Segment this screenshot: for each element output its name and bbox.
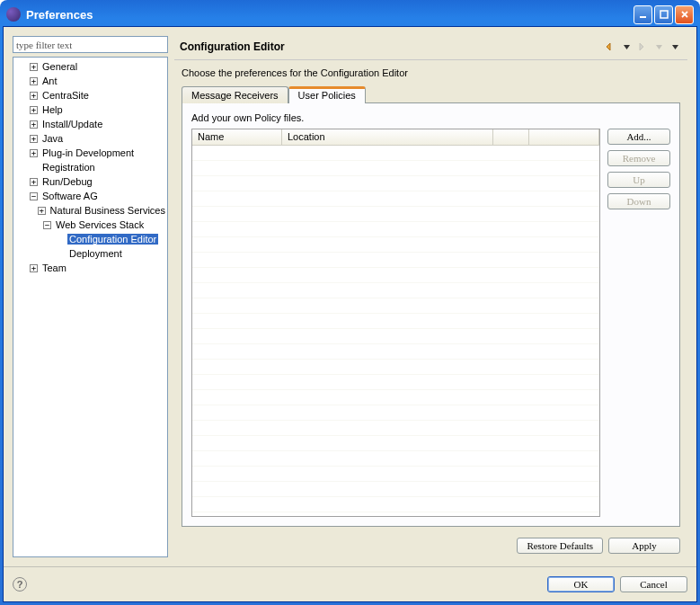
column-header-filler xyxy=(529,129,599,146)
expand-icon[interactable]: + xyxy=(30,63,38,71)
help-icon[interactable]: ? xyxy=(13,577,27,592)
tree-label[interactable]: Software AG xyxy=(40,191,100,201)
expand-icon[interactable]: + xyxy=(30,178,38,186)
filter-input[interactable] xyxy=(13,36,168,53)
footer: ? OK Cancel xyxy=(4,566,696,601)
close-button[interactable] xyxy=(675,5,694,24)
apply-button[interactable]: Apply xyxy=(608,538,680,554)
tree-label[interactable]: Install/Update xyxy=(40,119,104,129)
tree-item[interactable]: +General xyxy=(13,59,167,74)
tree-label[interactable]: Java xyxy=(40,133,65,144)
up-button: Up xyxy=(607,172,670,188)
collapse-icon[interactable]: − xyxy=(43,221,51,229)
page-subtitle: Choose the preferences for the Configura… xyxy=(182,67,680,78)
tree-item[interactable]: −Software AG xyxy=(13,189,167,203)
titlebar[interactable]: Preferences xyxy=(3,3,697,26)
table-body[interactable] xyxy=(192,146,599,516)
page-title: Configuration Editor xyxy=(180,40,603,53)
tree-label[interactable]: Run/Debug xyxy=(40,176,94,187)
column-header[interactable]: Location xyxy=(282,129,493,146)
expand-icon[interactable]: + xyxy=(30,120,38,129)
preferences-window: Preferences +General+Ant+CentraSite+Help… xyxy=(0,0,700,605)
tree-item[interactable]: Configuration Editor xyxy=(13,232,167,246)
expand-icon[interactable]: + xyxy=(30,264,38,272)
column-header[interactable] xyxy=(493,129,529,146)
expand-icon[interactable]: + xyxy=(30,106,38,114)
svg-rect-0 xyxy=(640,16,646,18)
expand-icon[interactable]: + xyxy=(30,92,38,100)
tree-label[interactable]: Registration xyxy=(40,162,97,173)
ok-button[interactable]: OK xyxy=(547,576,615,592)
tree-item[interactable]: +Natural Business Services xyxy=(13,203,167,218)
tree-item[interactable]: Registration xyxy=(13,160,167,174)
client-area: +General+Ant+CentraSite+Help+Install/Upd… xyxy=(3,26,697,602)
forward-button[interactable] xyxy=(635,40,650,54)
maximize-button[interactable] xyxy=(654,5,673,24)
tree-label[interactable]: Help xyxy=(40,104,65,115)
sidebar: +General+Ant+CentraSite+Help+Install/Upd… xyxy=(13,36,173,557)
add-button[interactable]: Add... xyxy=(607,129,670,145)
tree-item[interactable]: Deployment xyxy=(13,246,167,261)
down-button: Down xyxy=(607,193,670,209)
policy-table[interactable]: NameLocation xyxy=(191,129,600,517)
content-panel: Configuration Editor Choose the preferen… xyxy=(174,36,687,557)
panel-hint: Add your own Policy files. xyxy=(191,112,670,123)
tree-item[interactable]: +Help xyxy=(13,102,167,117)
tree-label[interactable]: Deployment xyxy=(67,248,124,259)
tree-item[interactable]: +Team xyxy=(13,261,167,275)
preference-tree[interactable]: +General+Ant+CentraSite+Help+Install/Upd… xyxy=(13,57,168,557)
minimize-button[interactable] xyxy=(634,5,652,24)
remove-button: Remove xyxy=(607,150,670,166)
tree-label[interactable]: Natural Business Services xyxy=(49,205,167,216)
tab-panel: Add your own Policy files. NameLocation … xyxy=(182,102,680,527)
expand-icon[interactable]: + xyxy=(30,135,38,143)
expand-icon[interactable]: + xyxy=(30,77,38,85)
tree-item[interactable]: +CentraSite xyxy=(13,88,167,102)
tree-item[interactable]: −Web Services Stack xyxy=(13,218,167,232)
cancel-button[interactable]: Cancel xyxy=(620,576,687,592)
tree-item[interactable]: +Ant xyxy=(13,74,167,88)
back-menu[interactable] xyxy=(619,40,634,54)
collapse-icon[interactable]: − xyxy=(30,192,38,200)
forward-menu[interactable] xyxy=(651,40,666,54)
tab-message-receivers[interactable]: Message Receivers xyxy=(182,86,288,103)
back-button[interactable] xyxy=(603,40,617,54)
tabs: Message ReceiversUser Policies xyxy=(182,85,680,102)
tree-label[interactable]: Web Services Stack xyxy=(54,219,146,230)
tree-label[interactable]: Team xyxy=(40,262,68,273)
tree-label[interactable]: Configuration Editor xyxy=(67,234,158,245)
expand-icon[interactable]: + xyxy=(30,149,38,157)
svg-rect-1 xyxy=(660,11,668,18)
tab-user-policies[interactable]: User Policies xyxy=(288,86,366,103)
tree-item[interactable]: +Run/Debug xyxy=(13,174,167,189)
tree-item[interactable]: +Java xyxy=(13,131,167,146)
tree-item[interactable]: +Install/Update xyxy=(13,117,167,131)
view-menu[interactable] xyxy=(668,40,682,54)
restore-defaults-button[interactable]: Restore Defaults xyxy=(517,538,603,554)
tree-label[interactable]: Plug-in Development xyxy=(40,147,136,158)
tree-item[interactable]: +Plug-in Development xyxy=(13,146,167,160)
eclipse-icon xyxy=(6,7,21,22)
tree-label[interactable]: General xyxy=(40,61,79,72)
window-title: Preferences xyxy=(26,8,634,22)
column-header[interactable]: Name xyxy=(192,129,282,146)
expand-icon[interactable]: + xyxy=(38,207,46,215)
tree-label[interactable]: CentraSite xyxy=(40,90,91,101)
tree-label[interactable]: Ant xyxy=(40,76,59,86)
